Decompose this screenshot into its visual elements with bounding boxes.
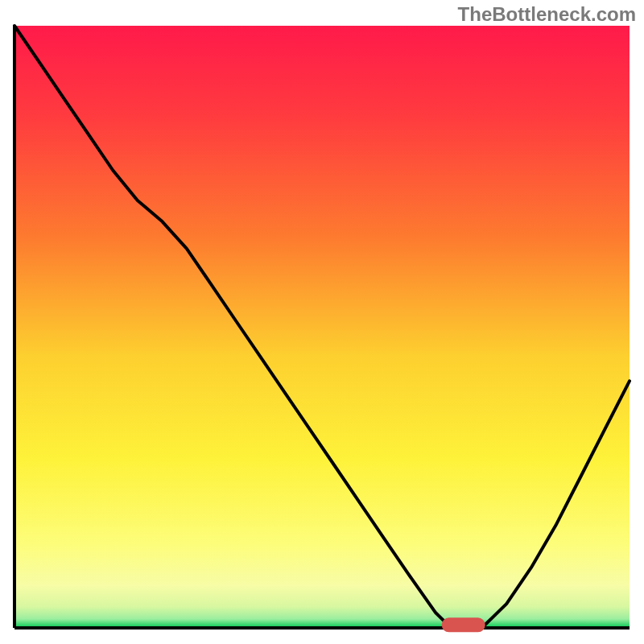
bottleneck-chart xyxy=(0,0,644,644)
optimal-marker xyxy=(442,617,485,632)
plot-background xyxy=(14,26,630,628)
watermark-text: TheBottleneck.com xyxy=(458,3,636,26)
